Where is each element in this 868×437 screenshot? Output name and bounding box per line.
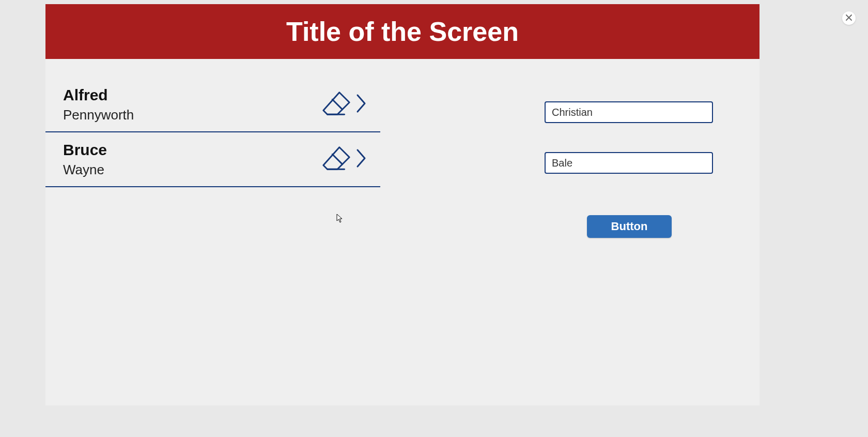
list-item-text: Bruce Wayne: [63, 141, 107, 178]
header-bar: Title of the Screen: [45, 4, 760, 59]
list-item-actions: [320, 142, 380, 176]
list-item[interactable]: Bruce Wayne: [45, 132, 380, 187]
list-item-text: Alfred Pennyworth: [63, 86, 134, 123]
list-item-last-name: Wayne: [63, 162, 107, 178]
submit-button[interactable]: Button: [587, 215, 672, 238]
chevron-right-icon[interactable]: [355, 148, 368, 171]
list-item[interactable]: Alfred Pennyworth: [45, 78, 380, 132]
first-name-input[interactable]: [545, 101, 713, 123]
close-icon: [845, 14, 853, 23]
close-button[interactable]: [842, 11, 856, 25]
list-item-first-name: Bruce: [63, 141, 107, 159]
chevron-right-icon[interactable]: [355, 93, 368, 116]
svg-line-2: [332, 154, 342, 164]
eraser-icon[interactable]: [320, 87, 352, 122]
last-name-input[interactable]: [545, 152, 713, 174]
left-list-panel: Alfred Pennyworth: [45, 78, 380, 405]
list-item-actions: [320, 87, 380, 122]
content-area: Alfred Pennyworth: [45, 59, 760, 405]
page-title: Title of the Screen: [286, 16, 519, 47]
list-item-first-name: Alfred: [63, 86, 134, 104]
list-item-last-name: Pennyworth: [63, 107, 134, 123]
svg-line-0: [332, 99, 342, 109]
eraser-icon[interactable]: [320, 142, 352, 176]
modal-dialog: Title of the Screen Alfred Pennyworth: [45, 4, 760, 405]
right-form-panel: Button: [380, 78, 760, 405]
